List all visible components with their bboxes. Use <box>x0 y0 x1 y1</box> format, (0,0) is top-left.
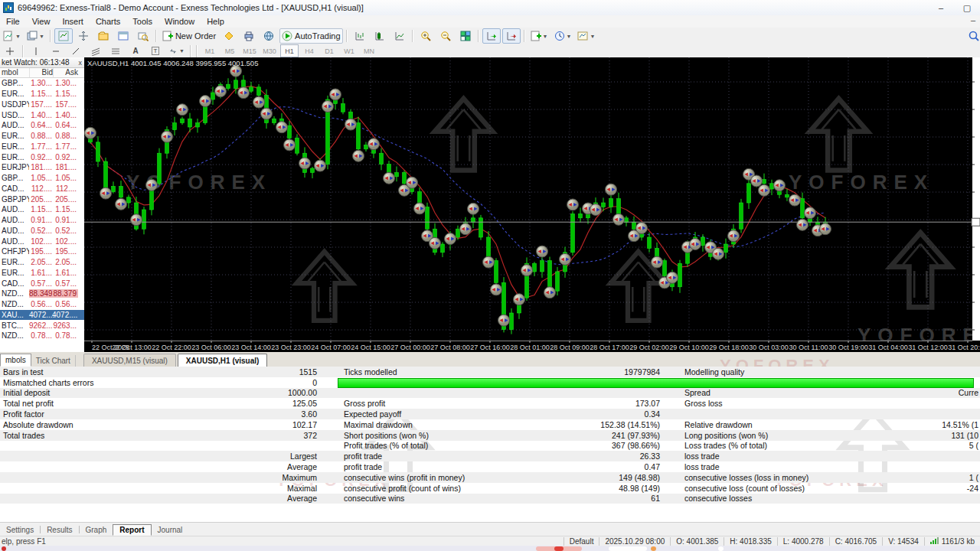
trade-marker[interactable] <box>751 175 763 187</box>
trade-marker[interactable] <box>261 108 273 119</box>
trade-marker[interactable] <box>238 87 250 99</box>
taskbar-icon[interactable] <box>609 546 647 551</box>
timeframe-d1[interactable]: D1 <box>320 44 338 57</box>
timeframe-m1[interactable]: M1 <box>201 44 219 57</box>
market-watch-tab-mbols[interactable]: mbols <box>0 354 31 367</box>
menu-charts[interactable]: Charts <box>90 16 126 27</box>
periods-button[interactable]: ▼ <box>552 28 574 44</box>
trade-marker[interactable] <box>116 198 127 210</box>
trade-marker[interactable] <box>468 203 479 214</box>
timeframe-h4[interactable]: H4 <box>300 44 318 57</box>
market-watch-row[interactable]: EUR...1.61...1.61... <box>0 268 84 279</box>
market-watch-row[interactable]: EUR...1.15...1.15... <box>0 89 84 99</box>
chart-tab[interactable]: XAUUSD,H1 (visual) <box>178 354 268 367</box>
column-bid[interactable]: Bid <box>29 68 53 77</box>
trade-marker[interactable] <box>345 119 357 130</box>
trade-marker[interactable] <box>483 256 495 268</box>
trade-marker[interactable] <box>514 294 525 305</box>
trade-marker[interactable] <box>215 86 227 97</box>
market-watch-row[interactable]: AUD...0.64...0.64... <box>0 120 84 131</box>
tester-tab-results[interactable]: Results <box>41 525 78 535</box>
menu-insert[interactable]: Insert <box>56 16 90 27</box>
indicators-button[interactable]: ▼ <box>528 28 550 44</box>
text-label-button[interactable]: T <box>146 44 165 59</box>
market-watch-row[interactable]: USDJPY157....157.... <box>0 99 84 110</box>
market-watch-row[interactable]: GBP...1.05...1.05... <box>0 173 84 184</box>
fibonacci-button[interactable] <box>87 44 105 59</box>
market-watch-row[interactable]: EUR...1.77...1.77... <box>0 142 84 152</box>
trade-marker[interactable] <box>200 96 211 107</box>
trade-marker[interactable] <box>100 187 112 199</box>
taskbar-icon[interactable] <box>554 546 564 551</box>
trade-marker[interactable] <box>805 207 816 219</box>
trade-marker[interactable] <box>85 127 96 139</box>
market-watch-row[interactable]: USD...1.40...1.40... <box>0 109 84 120</box>
trade-marker[interactable] <box>820 223 831 235</box>
news-button[interactable] <box>260 28 278 44</box>
market-watch-row[interactable]: EUR...0.92...0.92... <box>0 152 84 162</box>
candlestick-button[interactable] <box>371 28 389 44</box>
market-watch-row[interactable]: CAD...0.57...0.57... <box>0 278 84 289</box>
taskbar-icon[interactable] <box>651 546 656 551</box>
market-watch-row[interactable]: AUD...0.52...0.52... <box>0 226 84 236</box>
trade-marker[interactable] <box>322 101 334 112</box>
expert-advisors-button[interactable] <box>220 28 238 44</box>
chart-tab[interactable]: XAUUSD,M15 (visual) <box>83 354 176 367</box>
menu-view[interactable]: View <box>26 16 57 27</box>
trade-marker[interactable] <box>759 184 770 196</box>
timeframe-w1[interactable]: W1 <box>340 44 358 57</box>
trade-marker[interactable] <box>728 230 740 242</box>
market-watch-row[interactable]: AUD...102....102.... <box>0 236 84 246</box>
market-watch-row[interactable]: NZD...0.56...0.56... <box>0 299 84 310</box>
trade-marker[interactable] <box>146 179 158 191</box>
vertical-line-button[interactable] <box>47 44 65 59</box>
timeframe-m5[interactable]: M5 <box>220 44 239 57</box>
child-minimize-icon[interactable]: – <box>971 15 975 24</box>
arrows-button[interactable]: ▼ <box>166 44 187 59</box>
market-watch-tab-tick-chart[interactable]: Tick Chart <box>31 355 76 367</box>
print-button[interactable] <box>240 28 258 44</box>
trade-marker[interactable] <box>560 253 571 265</box>
market-watch-row[interactable]: EURJPY181....181.... <box>0 162 84 173</box>
trade-marker[interactable] <box>606 184 617 195</box>
terminal-button[interactable] <box>114 28 132 44</box>
trade-marker[interactable] <box>284 139 296 151</box>
trade-marker[interactable] <box>162 131 173 142</box>
market-watch-row[interactable]: BTC...9262...9263... <box>0 320 84 331</box>
trade-marker[interactable] <box>253 96 265 108</box>
timeframe-h1[interactable]: H1 <box>280 44 299 57</box>
zoom-in-button[interactable] <box>416 28 435 44</box>
trendline-button[interactable] <box>67 44 85 59</box>
text-button[interactable]: A <box>126 44 145 59</box>
market-watch-row[interactable]: XAU...4072....4072.... <box>0 310 84 321</box>
new-chart-button[interactable]: ▼ <box>1 28 23 44</box>
trade-marker[interactable] <box>299 158 311 169</box>
crosshair-button[interactable] <box>27 44 45 59</box>
tester-tab-settings[interactable]: Settings <box>0 525 40 535</box>
trade-marker[interactable] <box>636 223 648 234</box>
templates-button[interactable]: ▼ <box>575 28 597 44</box>
trade-marker[interactable] <box>414 203 426 214</box>
trade-marker[interactable] <box>315 160 326 171</box>
tester-button[interactable] <box>134 28 152 44</box>
autotrading-button[interactable]: AutoTrading <box>279 28 343 44</box>
trade-marker[interactable] <box>567 199 579 210</box>
market-watch-row[interactable]: GBP...1.30...1.30... <box>0 78 84 89</box>
trade-marker[interactable] <box>330 89 341 100</box>
timeframe-m30[interactable]: M30 <box>260 44 279 57</box>
market-watch-row[interactable]: NZD...0.78...0.78... <box>0 331 84 341</box>
trade-marker[interactable] <box>430 237 441 249</box>
trade-marker[interactable] <box>613 214 625 225</box>
trade-marker[interactable] <box>131 214 142 226</box>
maximize-button[interactable]: ▢ <box>954 1 980 15</box>
trade-marker[interactable] <box>353 150 364 161</box>
menu-tools[interactable]: Tools <box>126 16 158 27</box>
zoom-out-button[interactable] <box>436 28 455 44</box>
line-chart-button[interactable] <box>390 28 409 44</box>
new-order-button[interactable]: New Order <box>160 28 218 44</box>
trade-marker[interactable] <box>276 122 288 133</box>
tile-windows-button[interactable] <box>456 28 475 44</box>
trade-marker[interactable] <box>460 223 472 235</box>
market-watch-row[interactable]: AUD...0.91...0.91... <box>0 215 84 226</box>
trade-marker[interactable] <box>368 139 380 150</box>
